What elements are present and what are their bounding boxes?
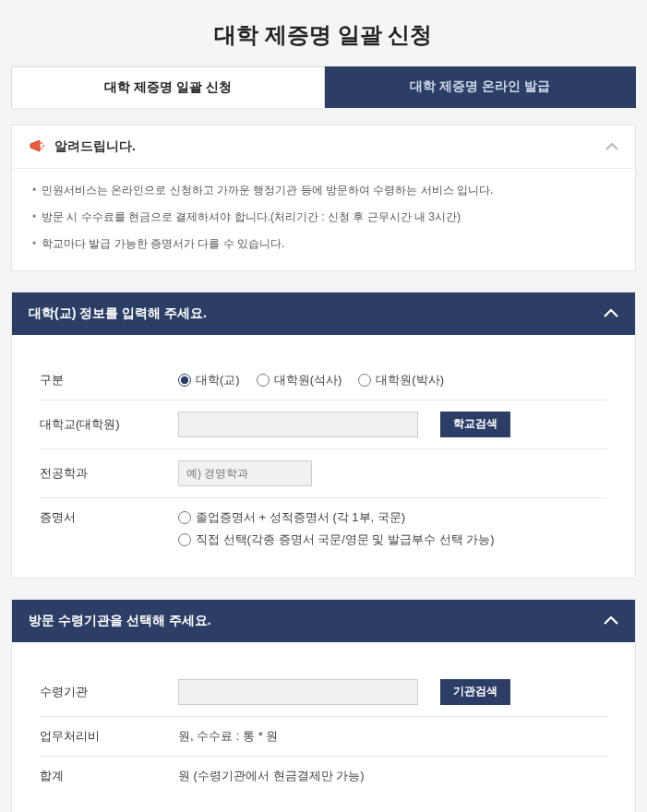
org-search-button[interactable]: 기관검색: [440, 679, 510, 705]
svg-point-0: [41, 142, 42, 144]
notice-item: 방문 시 수수료를 현금으로 결제하셔야 합니다.(처리기간 : 신청 후 근무…: [32, 209, 615, 226]
form-row-total: 합계 원 (수령기관에서 현금결제만 가능): [40, 757, 607, 795]
chevron-up-icon: [604, 616, 618, 625]
radio-master[interactable]: 대학원(석사): [257, 372, 342, 388]
panel-pickup: 방문 수령기관을 선택해 주세요. 수령기관 기관검색 업무처리비 원, 수수료…: [11, 599, 636, 812]
radio-univ[interactable]: 대학(교): [178, 372, 240, 388]
radio-cert-combo-label: 졸업증명서 + 성적증명서 (각 1부, 국문): [196, 509, 405, 526]
radio-doctor-label: 대학원(박사): [376, 372, 444, 388]
notice-body: 민원서비스는 온라인으로 신청하고 가까운 행정기관 등에 방문하여 수령하는 …: [12, 169, 635, 270]
form-row-org: 수령기관 기관검색: [40, 668, 607, 717]
notice-title: 알려드립니다.: [54, 138, 136, 155]
notice-box: 알려드립니다. 민원서비스는 온라인으로 신청하고 가까운 행정기관 등에 방문…: [11, 125, 636, 271]
radio-doctor-input[interactable]: [358, 374, 371, 387]
fee-value: 원, 수수료 : 통 * 원: [178, 728, 278, 745]
label-cert: 증명서: [40, 509, 178, 526]
radio-master-label: 대학원(석사): [274, 372, 342, 388]
panel-body: 수령기관 기관검색 업무처리비 원, 수수료 : 통 * 원 합계 원 (수령기…: [12, 642, 635, 812]
panel-univ-info: 대학(교) 정보를 입력해 주세요. 구분 대학(교) 대학원(석사) 대학원(…: [11, 292, 636, 579]
label-org: 수령기관: [40, 684, 178, 700]
panel-body: 구분 대학(교) 대학원(석사) 대학원(박사) 대학교(대학원): [12, 335, 635, 578]
radio-cert-direct[interactable]: 직접 선택(각종 증명서 국문/영문 및 발급부수 선택 가능): [178, 531, 495, 548]
chevron-up-icon: [604, 309, 618, 317]
tab-online-issue[interactable]: 대학 제증명 온라인 발급: [325, 66, 637, 108]
school-search-button[interactable]: 학교검색: [440, 412, 510, 437]
tab-row: 대학 제증명 일괄 신청 대학 제증명 온라인 발급: [11, 66, 636, 108]
org-input[interactable]: [178, 679, 418, 705]
notice-item: 민원서비스는 온라인으로 신청하고 가까운 행정기관 등에 방문하여 수령하는 …: [32, 182, 615, 199]
panel-header[interactable]: 방문 수령기관을 선택해 주세요.: [12, 600, 635, 642]
form-row-cert: 증명서 졸업증명서 + 성적증명서 (각 1부, 국문) 직접 선택(각종 증명…: [40, 498, 607, 559]
panel-title: 방문 수령기관을 선택해 주세요.: [29, 613, 211, 629]
panel-header[interactable]: 대학(교) 정보를 입력해 주세요.: [12, 293, 635, 335]
total-value: 원 (수령기관에서 현금결제만 가능): [178, 768, 365, 784]
notice-header[interactable]: 알려드립니다.: [12, 125, 635, 169]
radio-doctor[interactable]: 대학원(박사): [358, 372, 444, 388]
svg-point-1: [42, 145, 44, 147]
radio-cert-direct-label: 직접 선택(각종 증명서 국문/영문 및 발급부수 선택 가능): [196, 531, 495, 548]
form-row-school: 대학교(대학원) 학교검색: [40, 400, 607, 449]
radio-master-input[interactable]: [257, 374, 270, 387]
tab-batch-apply[interactable]: 대학 제증명 일괄 신청: [11, 66, 325, 108]
form-row-fee: 업무처리비 원, 수수료 : 통 * 원: [40, 717, 607, 757]
radio-cert-direct-input[interactable]: [178, 533, 191, 546]
svg-point-2: [41, 148, 42, 149]
notice-item: 학교마다 발급 가능한 증명서가 다를 수 있습니다.: [32, 235, 615, 253]
label-major: 전공학과: [40, 465, 178, 482]
chevron-up-icon: [605, 143, 618, 150]
radio-univ-input[interactable]: [178, 374, 191, 387]
page-title: 대학 제증명 일괄 신청: [0, 0, 647, 66]
label-fee: 업무처리비: [40, 728, 178, 745]
megaphone-icon: [29, 138, 47, 155]
label-total: 합계: [40, 768, 178, 784]
label-gubun: 구분: [40, 372, 178, 388]
form-row-major: 전공학과: [40, 449, 607, 498]
form-row-gubun: 구분 대학(교) 대학원(석사) 대학원(박사): [40, 361, 607, 400]
label-school: 대학교(대학원): [40, 416, 178, 433]
panel-title: 대학(교) 정보를 입력해 주세요.: [29, 305, 207, 322]
major-input[interactable]: [178, 460, 312, 486]
radio-cert-combo[interactable]: 졸업증명서 + 성적증명서 (각 1부, 국문): [178, 509, 405, 526]
radio-univ-label: 대학(교): [196, 372, 240, 388]
radio-cert-combo-input[interactable]: [178, 511, 191, 524]
school-input[interactable]: [178, 412, 418, 437]
